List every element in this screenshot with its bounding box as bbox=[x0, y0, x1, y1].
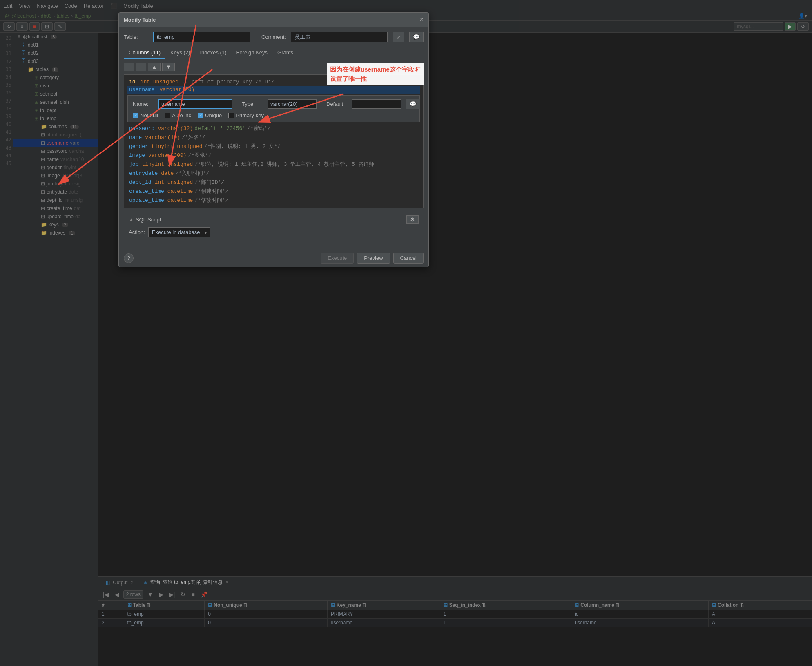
col-id-name: id bbox=[129, 79, 136, 85]
table-label: Table: bbox=[124, 34, 148, 40]
col-job-t: tinyint unsigned bbox=[142, 161, 193, 168]
tab-columns[interactable]: Columns (11) bbox=[124, 47, 165, 59]
preview-button[interactable]: Preview bbox=[357, 253, 390, 264]
modal-close-button[interactable]: × bbox=[420, 16, 424, 23]
col-gender-t: tinyint unsigned bbox=[152, 143, 203, 150]
execute-button[interactable]: Execute bbox=[321, 253, 354, 264]
action-select[interactable]: Execute in database Preview only bbox=[148, 227, 210, 237]
col-job-c: /*职位, 说明: 1 班主任,2 讲师, 3 学工主管, 4 教研主管, 5 … bbox=[194, 161, 374, 168]
col-row-gender[interactable]: gender tinyint unsigned /*性别, 说明: 1 男, 2… bbox=[127, 142, 420, 151]
auto-inc-checkbox[interactable]: Auto inc bbox=[165, 112, 191, 118]
unique-label: Unique bbox=[205, 112, 222, 118]
col-editor: id int unsigned -- part of primary key /… bbox=[124, 74, 424, 208]
col-row-dept-id[interactable]: dept_id int unsigned /*部门ID*/ bbox=[127, 178, 420, 187]
sql-script-settings-btn[interactable]: ⚙ bbox=[406, 215, 419, 224]
sql-script-section: ▲ SQL Script ⚙ Action: Execute in databa… bbox=[124, 212, 424, 244]
col-password-n: password bbox=[129, 125, 154, 132]
default-field-input[interactable] bbox=[352, 99, 401, 109]
tab-indexes[interactable]: Indexes (1) bbox=[195, 47, 231, 59]
col-create-time-c: /*创建时间*/ bbox=[194, 188, 228, 195]
move-down-btn[interactable]: ▼ bbox=[162, 63, 175, 71]
expand-comment-btn[interactable]: ⤢ bbox=[393, 32, 404, 42]
name-row: Name: Type: Default: 💬 bbox=[133, 99, 415, 109]
not-null-label: Not null bbox=[140, 112, 158, 118]
col-image-t: varchar(300) bbox=[148, 152, 187, 159]
col-row-password[interactable]: password varchar(32) default '123456' /*… bbox=[127, 124, 420, 133]
col-editor-toolbar: + − ▲ ▼ bbox=[124, 63, 424, 71]
modal-tabs: Columns (11) Keys (2) Indexes (1) Foreig… bbox=[124, 47, 424, 59]
col-row-update-time[interactable]: update_time datetime /*修改时间*/ bbox=[127, 196, 420, 205]
table-name-input[interactable] bbox=[153, 32, 250, 42]
col-entrydate-n: entrydate bbox=[129, 170, 158, 177]
table-name-row: Table: Comment: ⤢ 💬 bbox=[124, 32, 424, 42]
tab-foreign-keys[interactable]: Foreign Keys bbox=[231, 47, 272, 59]
col-name-t: varchar(10) bbox=[145, 134, 180, 141]
comment-icon-btn[interactable]: 💬 bbox=[409, 32, 424, 42]
col-row-name[interactable]: name varchar(10) /*姓名*/ bbox=[127, 133, 420, 142]
default-comment-btn[interactable]: 💬 bbox=[406, 99, 420, 109]
col-row-username[interactable]: username varchar(20) bbox=[127, 86, 420, 94]
modal-body: Table: Comment: ⤢ 💬 Columns (11) Keys (2… bbox=[119, 27, 428, 249]
type-field-input[interactable] bbox=[268, 99, 317, 109]
tab-keys[interactable]: Keys (2) bbox=[165, 47, 195, 59]
col-password-t: varchar(32) bbox=[158, 125, 193, 132]
comment-label: Comment: bbox=[261, 34, 286, 40]
action-row: Action: Execute in database Preview only bbox=[129, 227, 419, 237]
col-username-type: varchar(20) bbox=[159, 87, 194, 93]
col-dept-id-t: int unsigned bbox=[155, 179, 193, 185]
add-col-btn[interactable]: + bbox=[124, 63, 134, 71]
col-gender-c: /*性别, 说明: 1 男, 2 女*/ bbox=[204, 143, 281, 150]
col-row-entrydate[interactable]: entrydate date /*入职时间*/ bbox=[127, 169, 420, 178]
help-button[interactable]: ? bbox=[124, 253, 134, 263]
col-dept-id-n: dept_id bbox=[129, 179, 152, 185]
not-null-check-icon: ✓ bbox=[133, 113, 138, 118]
col-list: id int unsigned -- part of primary key /… bbox=[127, 78, 420, 94]
unique-checkbox[interactable]: ✓ Unique bbox=[198, 112, 222, 118]
primary-key-checkbox[interactable]: Primary key bbox=[228, 112, 264, 118]
collapse-icon[interactable]: ▲ bbox=[129, 217, 134, 223]
auto-inc-check-icon bbox=[165, 113, 170, 118]
modal-overlay: Modify Table × Table: Comment: ⤢ 💬 Colum… bbox=[0, 0, 812, 666]
sql-script-header: ▲ SQL Script ⚙ bbox=[129, 215, 419, 224]
remove-col-btn[interactable]: − bbox=[136, 63, 147, 71]
field-editor: Name: Type: Default: 💬 ✓ Not null bbox=[127, 95, 420, 122]
unique-check-icon: ✓ bbox=[198, 113, 203, 118]
col-create-time-t: datetime bbox=[167, 188, 193, 194]
tab-grants[interactable]: Grants bbox=[272, 47, 298, 59]
col-create-time-n: create_time bbox=[129, 188, 164, 194]
col-row-job[interactable]: job tinyint unsigned /*职位, 说明: 1 班主任,2 讲… bbox=[127, 160, 420, 169]
name-field-input[interactable] bbox=[158, 99, 232, 109]
col-password-c: /*密码*/ bbox=[247, 125, 270, 132]
col-job-n: job bbox=[129, 161, 138, 168]
modal-title: Modify Table bbox=[124, 17, 156, 23]
col-image-n: image bbox=[129, 152, 145, 159]
col-row-create-time[interactable]: create_time datetime /*创建时间*/ bbox=[127, 187, 420, 196]
col-name-n: name bbox=[129, 134, 142, 141]
not-null-checkbox[interactable]: ✓ Not null bbox=[133, 112, 158, 118]
default-field-label: Default: bbox=[326, 101, 349, 107]
primary-key-check-icon bbox=[228, 113, 234, 118]
auto-inc-label: Auto inc bbox=[172, 112, 191, 118]
col-id-comment: -- part of primary key /*ID*/ bbox=[182, 79, 274, 85]
comment-input[interactable] bbox=[291, 32, 388, 42]
col-entrydate-t: date bbox=[161, 170, 174, 177]
col-row-id[interactable]: id int unsigned -- part of primary key /… bbox=[127, 78, 420, 86]
modal-footer: ? Execute Preview Cancel bbox=[119, 249, 428, 267]
cancel-button[interactable]: Cancel bbox=[393, 253, 424, 264]
action-label: Action: bbox=[129, 229, 145, 235]
col-update-time-t: datetime bbox=[167, 197, 193, 203]
sql-script-label: SQL Script bbox=[136, 217, 161, 223]
col-row-image[interactable]: image varchar(300) /*图像*/ bbox=[127, 151, 420, 160]
modify-table-modal: Modify Table × Table: Comment: ⤢ 💬 Colum… bbox=[118, 12, 429, 267]
col-update-time-c: /*修改时间*/ bbox=[194, 197, 228, 204]
col-id-type: int unsigned bbox=[141, 79, 179, 85]
col-username-name: username bbox=[129, 87, 154, 93]
type-field-label: Type: bbox=[242, 101, 264, 107]
primary-key-label: Primary key bbox=[236, 112, 264, 118]
col-name-c: /*姓名*/ bbox=[182, 134, 205, 141]
col-dept-id-c: /*部门ID*/ bbox=[194, 179, 224, 186]
more-columns: password varchar(32) default '123456' /*… bbox=[127, 124, 420, 205]
name-field-label: Name: bbox=[133, 101, 155, 107]
move-up-btn[interactable]: ▲ bbox=[148, 63, 161, 71]
col-gender-n: gender bbox=[129, 143, 148, 150]
